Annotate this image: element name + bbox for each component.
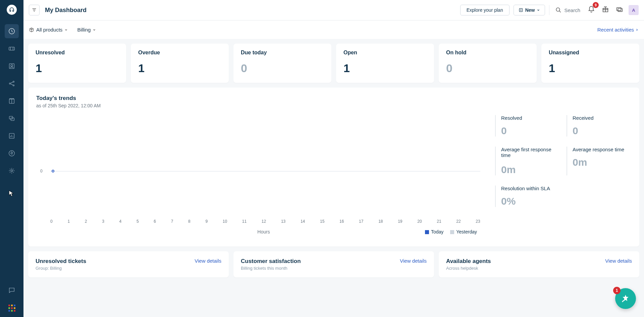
metric: Average first response time0m	[495, 147, 560, 175]
page-title: My Dashboard	[45, 7, 87, 14]
metric-value: 0	[501, 125, 560, 137]
trends-title: Today's trends	[36, 95, 487, 102]
cube-icon	[29, 27, 34, 33]
svg-point-5	[13, 81, 14, 83]
filter-button[interactable]	[29, 5, 40, 15]
chart-baseline	[50, 171, 480, 171]
trends-chart: 0 01234567891011121314151617181920212223…	[40, 122, 487, 239]
card-subtitle: Billing tickets this month	[241, 266, 301, 271]
search-input[interactable]: Search	[549, 5, 582, 15]
apps-switcher-icon[interactable]	[8, 305, 15, 312]
metric: Resolved0	[495, 115, 560, 137]
svg-point-11	[11, 170, 13, 172]
x-tick: 14	[301, 219, 305, 224]
stat-card[interactable]: Due today0	[233, 44, 331, 83]
stat-card[interactable]: Overdue1	[131, 44, 229, 83]
svg-point-3	[11, 64, 13, 66]
sidebar-item-contacts[interactable]	[5, 59, 19, 73]
x-tick: 6	[154, 219, 156, 224]
bottom-card: Customer satisfactionBilling tickets thi…	[233, 251, 434, 277]
x-tick: 7	[171, 219, 173, 224]
sidebar-item-forums[interactable]	[5, 111, 19, 125]
svg-point-6	[13, 85, 14, 86]
x-tick: 17	[359, 219, 363, 224]
metric-label: Received	[573, 115, 631, 122]
chevron-right-icon	[635, 28, 639, 32]
x-tick: 4	[119, 219, 122, 224]
gift-button[interactable]	[600, 4, 610, 16]
x-tick: 1	[67, 219, 70, 224]
stat-value: 1	[549, 62, 632, 75]
sidebar-item-explore[interactable]	[5, 146, 19, 160]
x-tick: 21	[437, 219, 441, 224]
x-tick: 18	[378, 219, 383, 224]
x-ticks: 01234567891011121314151617181920212223	[50, 219, 480, 224]
x-tick: 20	[417, 219, 422, 224]
billing-dropdown[interactable]: Billing	[77, 27, 96, 33]
stat-card[interactable]: Unresolved1	[28, 44, 126, 83]
sidebar-item-chat[interactable]	[5, 283, 19, 297]
notif-badge: 9	[593, 2, 599, 8]
explore-plan-button[interactable]: Explore your plan	[460, 5, 509, 15]
view-details-link[interactable]: View details	[400, 258, 427, 264]
metric: Resolution within SLA0%	[495, 186, 560, 207]
svg-rect-1	[9, 47, 15, 50]
metric-label: Average response time	[573, 147, 631, 154]
stat-label: Due today	[241, 50, 324, 56]
chat-bubble-icon	[621, 294, 631, 304]
stat-row: Unresolved1Overdue1Due today0Open1On hol…	[28, 44, 639, 83]
x-tick: 22	[456, 219, 461, 224]
trends-subtitle: as of 25th Sep 2022, 12:00 AM	[36, 103, 487, 108]
x-axis-label: Hours	[40, 229, 487, 234]
sidebar-item-admin[interactable]	[5, 164, 19, 178]
bottom-card: Unresolved ticketsGroup: BillingView det…	[28, 251, 229, 277]
card-title: Available agents	[446, 258, 491, 265]
stat-value: 1	[343, 62, 427, 75]
legend-today: Today	[425, 229, 443, 234]
trends-metrics: Resolved0Received0Average first response…	[487, 95, 631, 239]
stat-card[interactable]: On hold0	[439, 44, 537, 83]
metric-value: 0	[573, 125, 631, 137]
metric-label: Resolved	[501, 115, 560, 122]
sidebar-item-solutions[interactable]	[5, 94, 19, 108]
sidebar-item-social[interactable]	[5, 76, 19, 91]
content: Unresolved1Overdue1Due today0Open1On hol…	[23, 39, 644, 282]
x-tick: 23	[476, 219, 480, 224]
x-tick: 10	[223, 219, 227, 224]
x-tick: 2	[85, 219, 87, 224]
stat-card[interactable]: Open1	[336, 44, 434, 83]
x-tick: 8	[188, 219, 191, 224]
metric-value: 0%	[501, 196, 560, 207]
chevron-down-icon	[93, 28, 96, 32]
new-button[interactable]: New	[514, 5, 545, 15]
plus-box-icon	[519, 8, 523, 12]
view-details-link[interactable]: View details	[605, 258, 632, 264]
chart-point	[52, 170, 54, 172]
card-subtitle: Group: Billing	[36, 266, 86, 271]
avatar[interactable]: A	[629, 5, 639, 15]
app-logo[interactable]	[7, 5, 17, 15]
stat-label: Unresolved	[36, 50, 119, 56]
stat-label: Overdue	[138, 50, 221, 56]
switcher-button[interactable]	[614, 4, 625, 16]
bottom-row: Unresolved ticketsGroup: BillingView det…	[28, 251, 639, 277]
metric-value: 0m	[501, 164, 560, 175]
recent-activities-link[interactable]: Recent activities	[597, 27, 639, 33]
notifications-button[interactable]: 9	[586, 4, 596, 16]
metric: Received0	[567, 115, 631, 137]
bottom-card: Available agentsAcross helpdeskView deta…	[439, 251, 639, 277]
chat-fab-button[interactable]: 1	[615, 288, 636, 309]
sidebar-item-analytics[interactable]	[5, 129, 19, 143]
card-title: Unresolved tickets	[36, 258, 86, 265]
products-dropdown[interactable]: All products	[29, 27, 68, 33]
sidebar-item-dashboard[interactable]	[5, 24, 19, 38]
metric: Average response time0m	[567, 147, 631, 175]
search-icon	[555, 7, 561, 13]
x-tick: 9	[205, 219, 208, 224]
stat-value: 0	[446, 62, 529, 75]
view-details-link[interactable]: View details	[195, 258, 221, 264]
stat-card[interactable]: Unassigned1	[541, 44, 639, 83]
x-tick: 5	[137, 219, 139, 224]
headset-icon	[9, 7, 15, 13]
sidebar-item-tickets[interactable]	[5, 42, 19, 56]
